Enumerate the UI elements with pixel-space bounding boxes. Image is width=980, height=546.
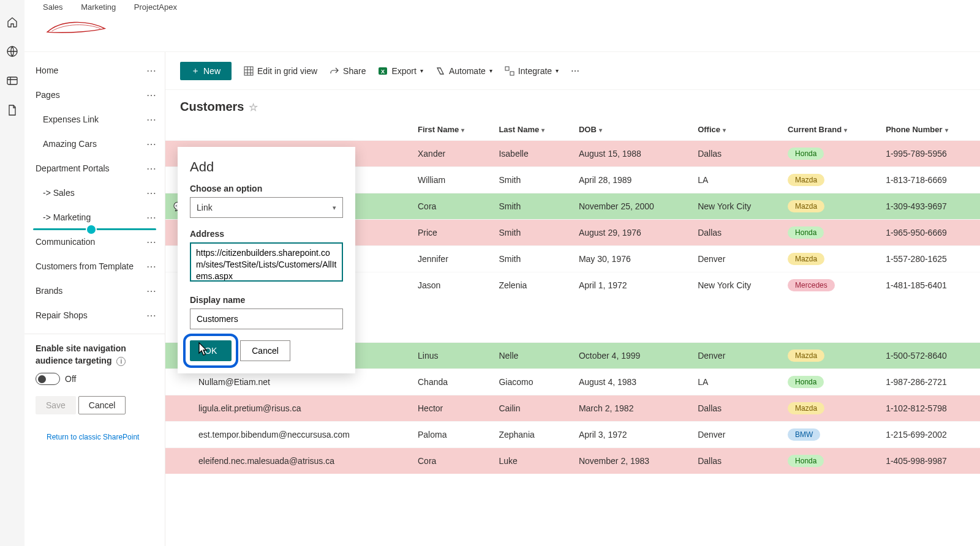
export-button[interactable]: XExport▾	[378, 66, 423, 76]
cell-last: Zelenia	[491, 272, 571, 299]
table-row[interactable]: ligula.elit.pretium@risus.caHectorCailin…	[165, 395, 980, 421]
cell-brand: Honda	[780, 447, 878, 474]
dialog-title: Add	[190, 159, 343, 175]
col-office[interactable]: Office▾	[690, 119, 780, 141]
command-bar: ＋New Edit in grid view Share XExport▾ Au…	[165, 52, 980, 90]
more-icon[interactable]: ⋯	[146, 114, 156, 125]
more-icon[interactable]: ⋯	[146, 138, 156, 150]
chevron-down-icon: ▾	[945, 127, 948, 133]
mouse-cursor	[196, 342, 208, 358]
automate-button[interactable]: Automate▾	[435, 66, 492, 76]
add-link-dialog: Add Choose an option Link▾ Address Displ…	[178, 147, 355, 373]
globe-icon[interactable]	[6, 45, 18, 58]
nav-page-child[interactable]: Expenses Link⋯	[24, 107, 165, 132]
nav-communication[interactable]: Communication⋯	[24, 230, 165, 254]
svg-text:X: X	[381, 69, 385, 75]
cell-brand: Mazda	[780, 342, 878, 368]
more-icon[interactable]: ⋯	[146, 89, 156, 101]
return-classic-link[interactable]: Return to classic SharePoint	[36, 433, 154, 441]
app-suite-bar	[0, 0, 24, 546]
cell-dob: May 30, 1976	[571, 246, 690, 272]
option-select[interactable]: Link▾	[190, 197, 343, 218]
cell-office: New York City	[690, 193, 780, 220]
more-icon[interactable]: ⋯	[146, 212, 156, 223]
cell-first: Xander	[410, 141, 491, 167]
overflow-button[interactable]: ⋯	[571, 66, 579, 76]
more-icon[interactable]: ⋯	[146, 236, 156, 248]
cell-office: Dallas	[690, 395, 780, 421]
chevron-down-icon: ▾	[541, 127, 545, 133]
grid-icon	[244, 66, 254, 76]
edit-grid-button[interactable]: Edit in grid view	[244, 66, 317, 76]
nav-brands[interactable]: Brands⋯	[24, 279, 165, 303]
svg-rect-1	[7, 77, 17, 84]
site-logo[interactable]	[43, 14, 962, 41]
nav-home[interactable]: Home⋯	[24, 58, 165, 83]
nav-pages[interactable]: Pages⋯	[24, 83, 165, 107]
address-input[interactable]	[190, 242, 343, 282]
site-header: Sales Marketing ProjectApex	[24, 0, 980, 52]
table-row[interactable]: eleifend.nec.malesuada@atrisus.caCoraLuk…	[165, 447, 980, 474]
option-label: Choose an option	[190, 184, 343, 193]
top-tab[interactable]: ProjectApex	[134, 2, 177, 12]
top-tab[interactable]: Sales	[43, 2, 63, 12]
more-icon[interactable]: ⋯	[146, 261, 156, 272]
audience-toggle[interactable]	[36, 373, 60, 385]
cell-office: Denver	[690, 342, 780, 368]
new-button[interactable]: ＋New	[180, 62, 232, 80]
address-label: Address	[190, 229, 343, 239]
cell-phone: 1-987-286-2721	[878, 368, 980, 395]
cell-phone: 1-481-185-6401	[878, 272, 980, 299]
cell-phone: 1-500-572-8640	[878, 342, 980, 368]
displayname-input[interactable]	[190, 309, 343, 329]
integrate-button[interactable]: Integrate▾	[505, 66, 559, 76]
col-brand[interactable]: Current Brand▾	[780, 119, 878, 141]
cell-dob: November 25, 2000	[571, 193, 690, 220]
page-icon[interactable]	[6, 104, 18, 116]
cell-brand: Mazda	[780, 395, 878, 421]
col-firstname[interactable]: First Name▾	[410, 119, 491, 141]
home-icon[interactable]	[6, 16, 18, 28]
more-icon[interactable]: ⋯	[146, 163, 156, 174]
share-button[interactable]: Share	[330, 66, 366, 76]
col-lastname[interactable]: Last Name▾	[491, 119, 571, 141]
cell-last: Luke	[491, 447, 571, 474]
favorite-star-icon[interactable]: ☆	[249, 102, 258, 113]
svg-rect-2	[244, 67, 253, 75]
nav-dept[interactable]: Department Portals⋯	[24, 156, 165, 181]
cell-last: Nelle	[491, 342, 571, 368]
audience-targeting-section: Enable site navigation audience targetin…	[24, 334, 165, 450]
list-title: Customers☆	[165, 90, 980, 119]
table-row[interactable]: est.tempor.bibendum@neccursusa.comPaloma…	[165, 421, 980, 447]
info-icon[interactable]: i	[116, 357, 126, 366]
cell-office: LA	[690, 368, 780, 395]
integrate-icon	[505, 66, 514, 76]
more-icon[interactable]: ⋯	[146, 187, 156, 199]
more-icon[interactable]: ⋯	[146, 65, 156, 77]
more-icon[interactable]: ⋯	[146, 310, 156, 321]
cell-first: Jason	[410, 272, 491, 299]
cell-first: Hector	[410, 395, 491, 421]
cell-dob: October 4, 1999	[571, 342, 690, 368]
excel-icon: X	[378, 66, 388, 76]
dialog-cancel-button[interactable]: Cancel	[240, 340, 290, 361]
col-dob[interactable]: DOB▾	[571, 119, 690, 141]
audience-state: Off	[65, 374, 76, 384]
nav-repair[interactable]: Repair Shops⋯	[24, 303, 165, 327]
cell-brand: Honda	[780, 220, 878, 246]
cell-brand: Honda	[780, 141, 878, 167]
nav-customers-tpl[interactable]: Customers from Template⋯	[24, 254, 165, 279]
cell-phone: 1-813-718-6669	[878, 167, 980, 193]
col-phone[interactable]: Phone Number▾	[878, 119, 980, 141]
cell-first: Price	[410, 220, 491, 246]
more-icon[interactable]: ⋯	[146, 285, 156, 297]
nav-dept-sales[interactable]: -> Sales⋯	[24, 181, 165, 205]
nav-cancel-button[interactable]: Cancel	[78, 396, 126, 414]
cell-first: Cora	[410, 193, 491, 220]
cell-brand: Mazda	[780, 246, 878, 272]
top-tab[interactable]: Marketing	[81, 2, 116, 12]
data-icon[interactable]	[6, 75, 18, 87]
cell-phone: 1-215-699-2002	[878, 421, 980, 447]
chevron-down-icon: ▾	[461, 127, 464, 133]
nav-page-child[interactable]: Amazing Cars⋯	[24, 132, 165, 156]
